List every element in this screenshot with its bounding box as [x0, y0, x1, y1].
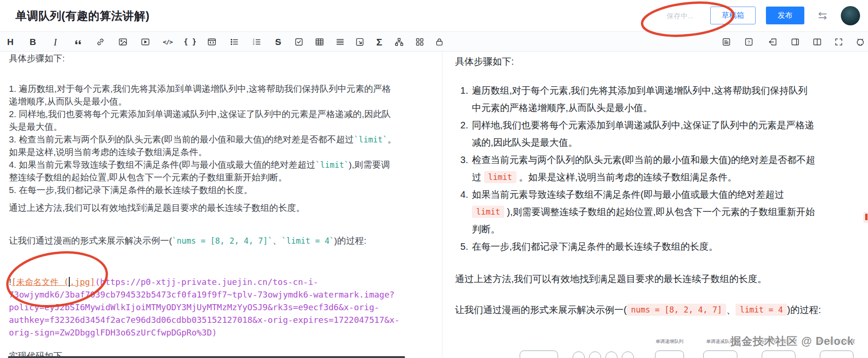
inline-code: `limit = 4` — [281, 236, 334, 246]
list-item-number: 1. — [456, 82, 468, 99]
help-icon[interactable]: ? — [740, 32, 757, 52]
text-run: 头是最大值。 — [9, 122, 62, 132]
text-run: 如果是这样,说明当前考虑的连续子数组满足条件。 — [9, 147, 207, 157]
editor-line[interactable]: 整连续子数组的起始位置,即从包含下一个元素的子数组重新开始判断。 — [9, 171, 287, 184]
text-run: 2. 同样地,我们也要将每个元素添加到单调递减队列中,这保证了队列中的元素是严格… — [9, 109, 391, 119]
preview-list-line: 如果当前元素导致连续子数组不满足条件(即与最小值或最大值的绝对差超过 — [472, 186, 784, 203]
svg-text:3: 3 — [252, 43, 254, 45]
text-run: 1. 遍历数组,对于每个元素,我们先将其添加到单调递增队列中,这将帮助我们保持队… — [9, 84, 391, 94]
publish-button[interactable]: 发布 — [766, 7, 804, 24]
editor-line[interactable]: ![未命名文件 (.jpg](https://p0-xtjj-private.j… — [9, 276, 318, 288]
text-run: ),则需要调 — [349, 160, 390, 170]
inline-code: `nums = [8, 2, 4, 7]` — [172, 236, 272, 246]
text-run: 整连续子数组的起始位置,即从包含下一个元素的子数组重新开始判断。 — [9, 172, 287, 182]
text-run: ),则需要调整连续子数组的起始位置,即从包含下一个元素的子数组重新开始 — [504, 207, 815, 217]
url-text: authkey=f32326d3454f2ac7e96d3d06cdbb0351… — [9, 315, 399, 325]
text-run: 通过上述方法,我们可以有效地找到满足题目要求的最长连续子数组的长度。 — [9, 203, 305, 213]
save-status: 保存中... — [667, 12, 694, 21]
toolbar: HBI</>{ }123SΣ ? NEWNEW — [0, 31, 868, 52]
editor-line[interactable]: 通过上述方法,我们可以有效地找到满足题目要求的最长连续子数组的长度。 — [9, 201, 305, 214]
text-run: 、 — [726, 305, 736, 315]
code-inline-icon[interactable]: </> — [159, 32, 176, 52]
code-sandbox-icon[interactable] — [203, 32, 220, 52]
strikethrough-icon[interactable]: S — [270, 32, 287, 52]
editor-line[interactable]: 73owjymdk6/3baf7039cb794532b5473cf0fa19f… — [9, 288, 395, 301]
text-run: 过 — [472, 172, 484, 182]
lock-icon[interactable] — [431, 32, 448, 52]
user-avatar[interactable] — [841, 6, 860, 25]
inline-code: `limit` — [315, 160, 349, 170]
fullscreen-icon[interactable] — [830, 32, 847, 52]
list-unordered-icon[interactable] — [226, 32, 243, 52]
blockquote-icon[interactable] — [69, 32, 86, 52]
editor-line[interactable]: 5. 在每一步,我们都记录下满足条件的最长连续子数组的长度。 — [9, 184, 252, 196]
diagram-box — [703, 351, 737, 358]
align-justify-icon[interactable] — [331, 32, 348, 52]
diagram-circle — [573, 351, 585, 358]
diagram-box — [762, 351, 795, 358]
editor-line[interactable]: 如果是这样,说明当前考虑的连续子数组满足条件。 — [9, 146, 207, 158]
text-run: 具体步骤如下: — [9, 53, 65, 63]
export-icon[interactable] — [351, 32, 368, 52]
link-icon[interactable] — [92, 32, 109, 52]
formula-icon[interactable]: Σ — [371, 32, 388, 52]
editor-line[interactable]: 递增顺序,从而队头是最小值。 — [9, 95, 127, 108]
outline-icon[interactable] — [718, 32, 735, 52]
url-text: (https://p0-xtjj-private.juejin.cn/tos-c… — [95, 277, 318, 287]
editor-line[interactable]: 3. 检查当前元素与两个队列的队头元素(即当前的最小值和最大值)的绝对差是否都不… — [9, 133, 396, 146]
import-icon[interactable] — [764, 32, 781, 52]
list-item-number: 3. — [456, 151, 468, 169]
preview-paragraph: 让我们通过漫画的形式来展示解决示例一(nums = [8, 2, 4, 7]、l… — [455, 301, 821, 319]
italic-icon[interactable]: I — [47, 32, 64, 52]
preview-list-line: 在每一步,我们都记录下满足条件的最长连续子数组的长度。 — [472, 238, 718, 255]
text-run: 遍历数组,对于每个元素,我们先将其添加到单调递增队列中,这将帮助我们保持队列 — [472, 85, 808, 96]
text-run: 检查当前元素与两个队列的队头元素(即当前的最小值和最大值)的绝对差是否都不超 — [472, 155, 815, 165]
diagram-box — [520, 351, 558, 358]
editor-line[interactable]: orig-sign=Zw2DbgglFDH3o6SzUrCfwpDGpRo%3D… — [9, 326, 217, 339]
inline-code-chip: limit = 4 — [736, 304, 787, 316]
editor-line[interactable]: 具体步骤如下: — [9, 52, 65, 65]
diagram-label: 单调递减队列 — [706, 338, 734, 345]
swap-view-icon[interactable] — [817, 10, 829, 22]
editor-line[interactable]: 头是最大值。 — [9, 120, 62, 133]
editor-line[interactable]: 2. 同样地,我们也要将每个元素添加到单调递减队列中,这保证了队列中的元素是严格… — [9, 108, 391, 120]
editor-line[interactable]: policy=eyJ2bSI6MywidWlkIjoiMTMyODY3MjUyM… — [9, 301, 379, 313]
diagram-icon[interactable] — [390, 32, 407, 52]
editor-line[interactable]: 让我们通过漫画的形式来展示解决示例一(`nums = [8, 2, 4, 7]`… — [9, 234, 366, 247]
video-icon[interactable] — [137, 32, 154, 52]
image-icon[interactable] — [114, 32, 131, 52]
panel-right-icon[interactable] — [787, 32, 803, 52]
text-run: 5. 在每一步,我们都记录下满足条件的最长连续子数组的长度。 — [9, 185, 252, 195]
preview-paragraph: 具体步骤如下: — [455, 53, 514, 70]
text-run: 中元素的严格递增顺序,从而队头是最小值。 — [472, 103, 653, 113]
grid-icon[interactable] — [411, 32, 428, 52]
editor-line[interactable]: 1. 遍历数组,对于每个元素,我们先将其添加到单调递增队列中,这将帮助我们保持队… — [9, 82, 391, 95]
preview-list-line: 遍历数组,对于每个元素,我们先将其添加到单调递增队列中,这将帮助我们保持队列 — [472, 82, 808, 99]
document-title[interactable]: 单调队列(有趣的算法讲解) — [15, 8, 149, 23]
list-item-number: 2. — [456, 117, 468, 134]
heading-icon[interactable]: H — [2, 32, 19, 52]
panel-split-icon[interactable] — [809, 32, 825, 52]
markdown-editor-app: 单调队列(有趣的算法讲解) 保存中... 草稿箱 发布 HBI</>{ }123… — [0, 0, 868, 358]
clipped-code-chip — [863, 212, 868, 223]
diagram-box — [655, 351, 684, 358]
task-list-icon[interactable] — [290, 32, 307, 52]
text-run: 在每一步,我们都记录下满足条件的最长连续子数组的长度。 — [472, 241, 718, 252]
bold-icon[interactable]: B — [24, 32, 41, 52]
editor-line[interactable]: authkey=f32326d3454f2ac7e96d3d06cdbb0351… — [9, 313, 399, 326]
text-run: )的过程: — [334, 236, 367, 246]
url-text: orig-sign=Zw2DbgglFDH3o6SzUrCfwpDGpRo%3D… — [9, 328, 217, 337]
inline-code-chip: nums = [8, 2, 4, 7] — [627, 304, 726, 316]
text-run: 。 — [387, 134, 396, 144]
github-icon[interactable] — [852, 32, 868, 52]
code-block-icon[interactable]: { } — [182, 32, 199, 52]
inline-code: `limit` — [354, 135, 388, 144]
table-icon[interactable] — [311, 32, 328, 52]
preview-paragraph: 通过上述方法,我们可以有效地找到满足题目要求的最长连续子数组的长度。 — [455, 270, 767, 288]
link-text: .jpg] — [70, 277, 95, 287]
editor-line[interactable]: 4. 如果当前元素导致连续子数组不满足条件(即与最小值或最大值的绝对差超过`li… — [9, 158, 390, 171]
draftbox-button[interactable]: 草稿箱 — [710, 7, 756, 24]
list-ordered-icon[interactable]: 123 — [248, 32, 265, 52]
markdown-source-pane[interactable]: 具体步骤如下:1. 遍历数组,对于每个元素,我们先将其添加到单调递增队列中,这将… — [0, 52, 442, 358]
text-run: 。如果是这样,说明当前考虑的连续子数组满足条件。 — [516, 172, 737, 182]
